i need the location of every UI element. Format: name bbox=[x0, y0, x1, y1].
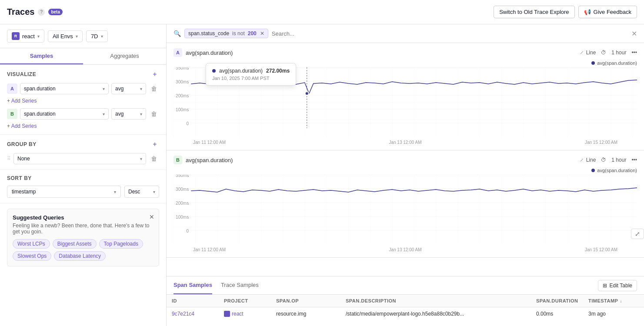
group-by-row: ⠿ None ▾ 🗑 bbox=[7, 153, 159, 164]
chart-a-interval[interactable]: 1 hour bbox=[611, 50, 626, 56]
chart-b-x-labels: Jan 11 12:00 AM Jan 13 12:00 AM Jan 15 1… bbox=[174, 246, 637, 252]
expand-chart-button[interactable]: ⤢ bbox=[631, 229, 644, 239]
td-timestamp: 3m ago bbox=[583, 307, 644, 322]
chevron-down-icon: ▾ bbox=[101, 34, 103, 39]
group-by-delete-button[interactable]: 🗑 bbox=[149, 153, 159, 164]
tag-worst-lcps[interactable]: Worst LCPs bbox=[13, 239, 50, 249]
more-options-icon[interactable]: ••• bbox=[631, 50, 637, 56]
filter-operator: is not bbox=[232, 30, 245, 37]
sort-by-header: Sort By bbox=[7, 175, 159, 181]
sort-direction-select[interactable]: Desc ▾ bbox=[124, 186, 159, 198]
td-span-op: resource.img bbox=[271, 307, 340, 322]
group-by-select[interactable]: None ▾ bbox=[13, 153, 146, 164]
tooltip-value: 272.00ms bbox=[266, 68, 290, 74]
series-a-field-select[interactable]: span.duration ▾ bbox=[20, 83, 109, 94]
add-series-b-link[interactable]: + Add Series bbox=[7, 123, 159, 129]
tag-biggest-assets[interactable]: Biggest Assets bbox=[53, 239, 97, 249]
svg-text:0: 0 bbox=[187, 229, 189, 233]
td-id: 9c7e21c4 bbox=[167, 307, 219, 322]
add-visualize-button[interactable]: + bbox=[150, 70, 159, 79]
series-a-row: A span.duration ▾ avg ▾ 🗑 bbox=[7, 83, 159, 94]
env-label: All Envs bbox=[53, 33, 73, 40]
series-b-delete-button[interactable]: 🗑 bbox=[149, 109, 159, 119]
chevron-down-icon: ▾ bbox=[103, 112, 105, 116]
tooltip-metric: avg(span.duration) 272.00ms bbox=[212, 68, 290, 74]
svg-text:350ms: 350ms bbox=[176, 175, 189, 178]
suggested-queries-close-button[interactable]: ✕ bbox=[149, 213, 154, 220]
project-name-link[interactable]: react bbox=[232, 311, 244, 317]
visualize-section: Visualize + A span.duration ▾ avg ▾ 🗑 + … bbox=[0, 65, 166, 135]
tab-samples[interactable]: Samples bbox=[0, 48, 83, 64]
td-span-duration: 0.00ms bbox=[531, 307, 583, 322]
search-input[interactable] bbox=[272, 30, 628, 37]
time-label: 7D bbox=[91, 33, 98, 40]
tab-trace-samples[interactable]: Trace Samples bbox=[221, 276, 259, 294]
sort-field-select[interactable]: timestamp ▾ bbox=[7, 186, 121, 198]
series-b-agg-select[interactable]: avg ▾ bbox=[111, 108, 146, 120]
help-icon[interactable]: ? bbox=[38, 9, 45, 16]
chevron-down-icon: ▾ bbox=[37, 34, 40, 39]
project-select[interactable]: R react ▾ bbox=[7, 30, 44, 43]
legend-dot bbox=[591, 61, 595, 65]
suggested-queries-tags: Worst LCPs Biggest Assets Top Pageloads … bbox=[13, 239, 153, 261]
chart-tooltip: avg(span.duration) 272.00ms Jan 10, 2025… bbox=[206, 63, 296, 86]
group-by-section: Group By + ⠿ None ▾ 🗑 bbox=[0, 135, 166, 170]
time-select[interactable]: 7D ▾ bbox=[86, 30, 108, 42]
series-a-delete-button[interactable]: 🗑 bbox=[149, 83, 159, 94]
tag-top-pageloads[interactable]: Top Pageloads bbox=[99, 239, 143, 249]
clock-icon: ⏱ bbox=[601, 50, 606, 56]
tag-database-latency[interactable]: Database Latency bbox=[54, 251, 106, 261]
td-span-desc: /static/media/empowerplant-logo.h5e8a88c… bbox=[340, 307, 531, 322]
give-feedback-button[interactable]: 📢 Give Feedback bbox=[578, 6, 637, 18]
chart-a-title: avg(span.duration) bbox=[186, 50, 233, 56]
chart-b-legend: avg(span.duration) bbox=[167, 168, 644, 173]
chart-a-x-labels: Jan 11 12:00 AM Jan 13 12:00 AM Jan 15 1… bbox=[174, 138, 637, 145]
switch-trace-button[interactable]: Switch to Old Trace Explore bbox=[494, 6, 574, 18]
row-id-link[interactable]: 9c7e21c4 bbox=[172, 311, 194, 317]
add-group-by-button[interactable]: + bbox=[150, 140, 159, 149]
th-timestamp[interactable]: TIMESTAMP ↓ bbox=[583, 295, 644, 307]
group-by-header: Group By + bbox=[7, 140, 159, 149]
line-chart-icon[interactable]: ⟋ Line bbox=[579, 157, 596, 163]
clear-search-button[interactable]: ✕ bbox=[631, 30, 637, 38]
visualize-title: Visualize bbox=[7, 71, 36, 77]
add-series-a-link[interactable]: + Add Series bbox=[7, 98, 159, 104]
chart-b-badge: B bbox=[174, 156, 182, 164]
x-label: Jan 15 12:00 AM bbox=[585, 247, 617, 252]
chart-b-controls: ⟋ Line ⏱ 1 hour ••• bbox=[579, 157, 637, 163]
right-panel: 🔍 span.status_code is not 200 ✕ ✕ A avg(… bbox=[167, 24, 644, 326]
legend-item: avg(span.duration) bbox=[591, 60, 637, 66]
legend-item: avg(span.duration) bbox=[591, 168, 637, 173]
series-a-agg-select[interactable]: avg ▾ bbox=[111, 83, 146, 94]
chart-b-wrapper: 350ms 300ms 200ms 100ms 0 Jan 11 12:00 A… bbox=[167, 175, 644, 252]
th-span-op: SPAN.OP bbox=[271, 295, 340, 307]
sort-row: timestamp ▾ Desc ▾ bbox=[7, 186, 159, 198]
line-chart-icon[interactable]: ⟋ Line bbox=[579, 50, 596, 56]
tab-aggregates[interactable]: Aggregates bbox=[83, 48, 166, 64]
chart-b: B avg(span.duration) ⟋ Line ⏱ 1 hour •••… bbox=[167, 150, 644, 258]
series-b-field-select[interactable]: span.duration ▾ bbox=[20, 108, 109, 120]
chart-b-label: B avg(span.duration) bbox=[174, 156, 233, 164]
env-select[interactable]: All Envs ▾ bbox=[48, 30, 83, 42]
chevron-down-icon: ▾ bbox=[140, 156, 142, 161]
svg-rect-13 bbox=[174, 175, 637, 244]
tab-span-samples[interactable]: Span Samples bbox=[174, 276, 212, 294]
suggested-queries-description: Feeling like a newb? Been there, done th… bbox=[13, 223, 153, 235]
search-icon: 🔍 bbox=[174, 30, 181, 37]
chevron-down-icon: ▾ bbox=[153, 190, 155, 194]
left-panel: R react ▾ All Envs ▾ 7D ▾ Samples Aggreg… bbox=[0, 24, 167, 326]
edit-table-button[interactable]: ⊞ Edit Table bbox=[598, 280, 637, 291]
tag-slowest-ops[interactable]: Slowest Ops bbox=[13, 251, 51, 261]
project-bar: R react ▾ All Envs ▾ 7D ▾ bbox=[0, 24, 166, 48]
clock-icon: ⏱ bbox=[601, 157, 606, 163]
sort-by-section: Sort By timestamp ▾ Desc ▾ bbox=[0, 170, 166, 203]
chart-b-svg: 350ms 300ms 200ms 100ms 0 bbox=[174, 175, 637, 244]
svg-text:300ms: 300ms bbox=[176, 187, 189, 192]
more-options-icon[interactable]: ••• bbox=[631, 157, 637, 163]
filter-close-icon[interactable]: ✕ bbox=[260, 30, 264, 37]
chevron-down-icon: ▾ bbox=[76, 34, 78, 39]
series-b-row: B span.duration ▾ avg ▾ 🗑 bbox=[7, 108, 159, 120]
chart-b-interval[interactable]: 1 hour bbox=[611, 157, 626, 163]
page-title: Traces bbox=[7, 7, 34, 17]
th-span-description: SPAN.DESCRIPTION bbox=[340, 295, 531, 307]
